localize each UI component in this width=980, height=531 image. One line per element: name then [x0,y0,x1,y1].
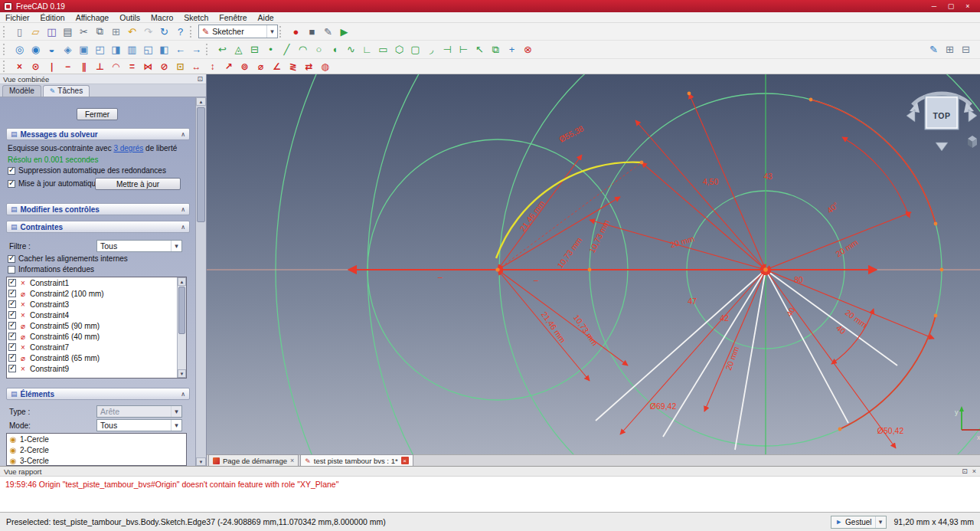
constraint-row[interactable]: ⌀ Constraint8 (65 mm) [7,352,177,363]
dimension-label[interactable]: 42 [720,313,729,323]
save-icon[interactable]: ◫ [44,25,60,39]
toggle-active-constraint-icon[interactable]: ◍ [317,59,333,74]
draw-style-icon[interactable]: ◒ [44,42,60,57]
element-row[interactable]: ◉ 2-Cercle [7,444,186,455]
constraints-list-scrollbar[interactable] [177,277,186,378]
constraints-header[interactable]: Contraintes [6,221,190,233]
redo-icon[interactable]: ↷ [140,25,156,39]
collapse-chevron-icon[interactable] [181,206,185,213]
create-line-icon[interactable]: ╱ [279,42,295,57]
constraint-checkbox[interactable] [8,279,16,287]
3d-viewport[interactable]: Ø55,38 21,46 mm 10,73 mm 10,73 mm 20 mm … [207,74,980,454]
copy-icon[interactable]: ⧉ [92,25,108,39]
float-panel-icon[interactable] [197,75,203,83]
dimension-label[interactable]: – [534,275,538,284]
constraint-checkbox[interactable] [8,365,16,372]
dimension-label[interactable]: 80 [794,275,803,284]
menu-sketch[interactable]: Sketch [178,13,214,22]
view-sketch-icon[interactable]: ◬ [230,42,247,57]
toggle-driving-constraint-icon[interactable]: ⇄ [301,59,317,74]
workbench-selector[interactable]: ✎ Sketcher [198,25,278,38]
constraint-point-on-object-icon[interactable]: ⊙ [28,59,44,74]
whats-this-icon[interactable]: ? [172,25,188,39]
create-circle-icon[interactable]: ○ [311,42,327,57]
tab-modele[interactable]: Modèle [2,85,41,97]
left-view-icon[interactable]: ◧ [156,42,172,57]
cut-icon[interactable]: ✂ [76,25,92,39]
constraint-checkbox[interactable] [8,311,16,319]
bspline-tools-icon[interactable]: ✎ [926,42,942,57]
toolbar-grip[interactable] [3,44,8,55]
external-geometry-icon[interactable]: ↖ [472,42,488,57]
edit-controls-header[interactable]: Modifier les contrôles [6,203,190,215]
collapse-chevron-icon[interactable] [181,131,185,138]
fit-all-icon[interactable]: ◎ [11,42,28,57]
trim-edge-icon[interactable]: ⊣ [439,42,456,57]
float-panel-icon[interactable] [962,467,968,475]
constraint-coincident-icon[interactable]: × [11,59,28,74]
constraint-row[interactable]: × Constraint1 [7,277,177,288]
constraint-row[interactable]: × Constraint3 [7,299,177,310]
constraint-checkbox[interactable] [8,300,16,308]
macro-edit-icon[interactable]: ✎ [320,25,336,39]
constraint-row[interactable]: ⌀ Constraint2 (100 mm) [7,288,177,299]
right-view-icon[interactable]: ◨ [108,42,124,57]
scroll-thumb[interactable] [178,287,185,334]
menu-fichier[interactable]: Fichier [0,13,35,22]
constraint-row[interactable]: × Constraint7 [7,342,177,352]
undo-icon[interactable]: ↶ [124,25,140,39]
toolbar-grip[interactable] [190,26,195,38]
dimension-label[interactable]: – [438,272,443,281]
close-button[interactable]: × [959,1,976,11]
auto-update-checkbox[interactable] [8,180,15,188]
dimension-label[interactable]: 47 [688,297,697,306]
collapse-chevron-icon[interactable] [181,224,185,231]
update-button[interactable]: Mettre à jour [95,178,181,190]
auto-remove-redundants-checkbox[interactable] [8,167,15,175]
construction-mode-icon[interactable]: + [504,42,520,57]
constraint-horizontal-distance-icon[interactable]: ↔ [188,59,204,74]
tab-start-page[interactable]: Page de démarrage × [208,454,299,466]
scroll-down-arrow[interactable] [178,369,186,378]
rear-view-icon[interactable]: ▥ [124,42,140,57]
constraint-distance-icon[interactable]: ↗ [220,59,237,74]
navigation-style-selector[interactable]: Gestuel [831,516,886,529]
view-section-icon[interactable]: ⊟ [247,42,263,57]
navcube-face-label[interactable]: TOP [933,111,951,120]
collapse-chevron-icon[interactable] [181,391,185,398]
element-type-select[interactable]: Arête [96,405,182,418]
constraint-checkbox[interactable] [8,343,16,351]
new-file-icon[interactable]: ▯ [11,25,28,39]
constraint-radius-icon[interactable]: ⊚ [237,59,253,74]
scroll-up-arrow[interactable] [196,97,206,106]
constraint-angle-icon[interactable]: ∠ [269,59,285,74]
leave-sketch-icon[interactable]: ↩ [214,42,230,57]
close-tab-icon[interactable]: × [290,457,294,464]
tab-sketch-document[interactable]: test piste tambour bvs : 1* × [300,454,413,466]
open-file-icon[interactable]: ▱ [28,25,44,39]
previous-view-icon[interactable]: ← [172,42,188,57]
close-panel-icon[interactable] [972,467,976,475]
axonometric-view-icon[interactable]: ◈ [60,42,76,57]
constraint-block-icon[interactable]: ⊘ [156,59,172,74]
element-row[interactable]: ◉ 3-Cercle [7,455,186,466]
menu-aide[interactable]: Aide [253,13,279,22]
extended-info-checkbox[interactable] [8,266,15,274]
menu-outils[interactable]: Outils [114,13,145,22]
menu-edition[interactable]: Édition [35,13,70,22]
minimize-button[interactable]: ─ [926,1,942,11]
create-rectangle-icon[interactable]: ▭ [375,42,391,57]
macro-stop-icon[interactable]: ■ [304,25,320,39]
constraint-row[interactable]: × Constraint4 [7,310,177,320]
constraint-checkbox[interactable] [8,322,16,329]
elements-header[interactable]: Éléments [6,388,190,400]
front-view-icon[interactable]: ▣ [76,42,92,57]
refresh-icon[interactable]: ↻ [156,25,172,39]
toolbar-grip[interactable] [3,26,8,38]
element-mode-select[interactable]: Tous [96,419,182,431]
constraint-equal-icon[interactable]: = [124,59,140,74]
carbon-copy-icon[interactable]: ⧉ [488,42,504,57]
create-polyline-icon[interactable]: ∟ [359,42,375,57]
menu-fenetre[interactable]: Fenêtre [214,13,252,22]
constraint-perpendicular-icon[interactable]: ⊥ [92,59,108,74]
